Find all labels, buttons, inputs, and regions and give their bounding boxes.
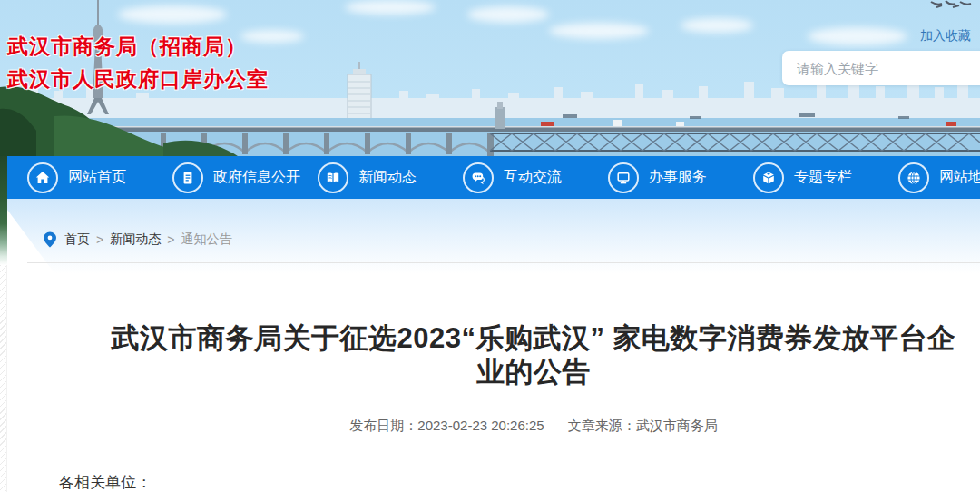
source-label: 文章来源： — [568, 418, 636, 433]
add-favorite-link[interactable]: 加入收藏 — [920, 28, 971, 44]
nav-item-gov-info[interactable]: 政府信息公开 — [152, 156, 298, 199]
nav-item-label: 新闻动态 — [358, 168, 416, 187]
article-title: 武汉市商务局关于征选2023“乐购武汉” 家电数字消费券发放平台企 业的公告 — [7, 321, 980, 389]
left-photo-sliver — [0, 156, 7, 265]
nav-item-interaction[interactable]: 互动交流 — [443, 156, 588, 199]
nav-item-label: 网站首页 — [68, 168, 126, 187]
article-title-line2: 业的公告 — [7, 355, 980, 389]
nav-item-label: 专题专栏 — [794, 168, 852, 187]
nav-item-sitemap[interactable]: 网站地图 — [878, 156, 980, 199]
main-container: 网站首页 政府信息公开 新闻动态 互动交流 — [7, 156, 980, 492]
org-name-line1: 武汉市商务局（招商局） — [7, 30, 269, 63]
nav-item-label: 政府信息公开 — [213, 168, 300, 187]
chat-icon — [463, 162, 494, 193]
nav-item-label: 办事服务 — [649, 168, 707, 187]
nav-item-services[interactable]: 办事服务 — [588, 156, 733, 199]
article-body-opening: 各相关单位： — [59, 472, 152, 492]
article-meta: 发布日期：2023-02-23 20:26:25文章来源：武汉市商务局 — [7, 418, 980, 435]
nav-item-news[interactable]: 新闻动态 — [298, 156, 443, 199]
org-name-line2: 武汉市人民政府口岸办公室 — [7, 63, 269, 95]
nav-item-home[interactable]: 网站首页 — [7, 156, 152, 199]
page: 武汉市商务局（招商局） 武汉市人民政府口岸办公室 加入收藏 网站首页 政府信息公… — [0, 0, 980, 492]
cube-icon — [753, 162, 784, 193]
publish-date-value: 2023-02-23 20:26:25 — [417, 418, 544, 433]
monitor-icon — [608, 162, 639, 193]
search-input[interactable] — [782, 51, 980, 85]
banner: 武汉市商务局（招商局） 武汉市人民政府口岸办公室 加入收藏 — [0, 0, 980, 156]
breadcrumb-home[interactable]: 首页 — [64, 231, 90, 248]
breadcrumb-separator: > — [96, 232, 103, 247]
breadcrumb-news[interactable]: 新闻动态 — [110, 231, 161, 248]
document-icon — [172, 162, 203, 193]
nav-item-topics[interactable]: 专题专栏 — [733, 156, 878, 199]
breadcrumb: 首页 > 新闻动态 > 通知公告 — [44, 231, 231, 248]
location-pin-icon — [44, 231, 56, 248]
nav-item-label: 互动交流 — [504, 168, 562, 187]
breadcrumb-current: 通知公告 — [181, 231, 231, 248]
breadcrumb-divider — [27, 262, 980, 263]
home-icon — [27, 162, 58, 193]
nav-item-label: 网站地图 — [939, 168, 980, 187]
globe-icon — [898, 162, 929, 193]
site-org-names: 武汉市商务局（招商局） 武汉市人民政府口岸办公室 — [7, 30, 269, 95]
news-book-icon — [318, 162, 348, 193]
left-hatch-pattern — [0, 265, 7, 492]
main-nav: 网站首页 政府信息公开 新闻动态 互动交流 — [7, 156, 980, 199]
breadcrumb-separator: > — [167, 232, 174, 247]
source-value: 武汉市商务局 — [636, 418, 718, 433]
article-title-line1: 武汉市商务局关于征选2023“乐购武汉” 家电数字消费券发放平台企 — [7, 321, 980, 355]
publish-date-label: 发布日期： — [349, 418, 417, 433]
